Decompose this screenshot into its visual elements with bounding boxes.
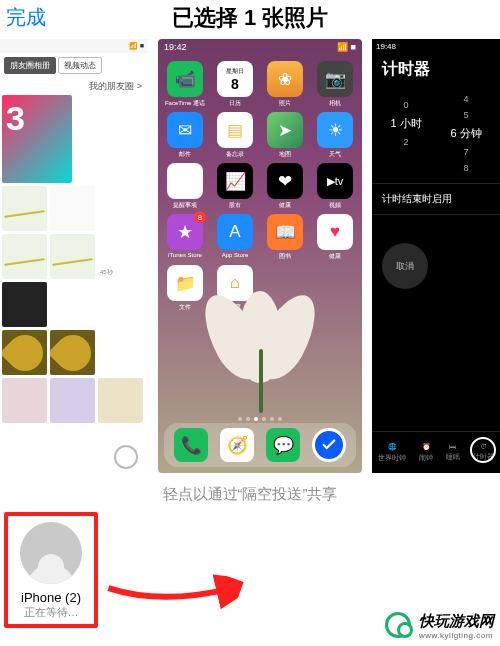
app-地图: ➤地图 [264,112,306,159]
timer-title: 计时器 [372,53,500,90]
thumb-promo [2,95,72,183]
tab-moments: 朋友圈相册 [4,57,56,74]
clock-tab-1: ⏰闹钟 [419,443,433,463]
dock: 📞 🧭 💬 [164,423,356,467]
timer-cancel-button: 取消 [382,243,428,289]
watermark-logo-icon [385,612,413,640]
tab-video: 视频动态 [58,57,102,74]
left-statusbar: 📶 ■ [0,39,148,53]
selected-check-icon [312,428,346,462]
app-提醒事项: 提醒事项 [164,163,206,210]
airdrop-target-iphone2[interactable]: iPhone (2) 正在等待… [4,512,98,628]
watermark: 快玩游戏网 www.kyligting.com [385,612,494,640]
mid-time: 19:42 [164,42,187,52]
thumb-map1 [2,186,47,231]
app-健康: ♥健康 [314,214,356,261]
watermark-brand: 快玩游戏网 [419,612,494,631]
dock-safari-icon: 🧭 [220,428,254,462]
wallpaper-flower [205,253,315,413]
app-邮件: ✉邮件 [164,112,206,159]
screenshot-left[interactable]: 📶 ■ 朋友圈相册 视频动态 我的朋友圈 > 45秒 [0,39,148,473]
thumb-mag2 [50,378,95,423]
right-select-circle [470,437,496,463]
app-股市: 📈股市 [214,163,256,210]
app-天气: ☀天气 [314,112,356,159]
left-select-circle [114,445,138,469]
my-moments-link: 我的朋友圈 > [0,76,148,95]
thumb-leaf2 [50,330,95,375]
screenshot-timer[interactable]: 19:48 计时器 01 小时2 456 分钟78 计时结束时启用 取消 🌐世界… [372,39,500,473]
app-备忘录: ▤备忘录 [214,112,256,159]
thumb-mag1 [2,378,47,423]
app-文件: 📁文件 [164,265,206,312]
timer-picker: 01 小时2 456 分钟78 [372,90,500,183]
app-相机: 📷相机 [314,61,356,108]
screenshot-home-selected[interactable]: 19:42📶 ■ 📹FaceTime 通话星期日8日历❀照片📷相机✉邮件▤备忘录… [158,39,362,473]
dock-messages-icon: 💬 [266,428,300,462]
app-照片: ❀照片 [264,61,306,108]
mid-statusbar: 19:42📶 ■ [158,39,362,55]
done-button[interactable]: 完成 [6,4,46,31]
thumb-leaf1 [2,330,47,375]
page-dots [238,417,282,421]
thumb-doc2 [50,426,95,456]
watermark-url: www.kyligting.com [419,631,494,640]
right-time: 19:48 [372,39,500,53]
avatar-icon [20,522,82,584]
app-视频: ▶tv视频 [314,163,356,210]
timer-end-row: 计时结束时启用 [372,183,500,215]
thumb-duration: 45秒 [98,234,143,279]
app-iTunes Store: ★8iTunes Store [164,214,206,261]
airdrop-target-status: 正在等待… [24,605,79,620]
thumb-mag3 [98,378,143,423]
clock-tab-0: 🌐世界时钟 [378,443,406,463]
thumb-doc1 [2,426,47,456]
thumb-blank [50,186,95,231]
airdrop-target-name: iPhone (2) [21,590,81,605]
app-日历: 星期日8日历 [214,61,256,108]
thumb-dark [2,282,47,327]
app-健康: ❤健康 [264,163,306,210]
page-title: 已选择 1 张照片 [172,3,328,33]
app-FaceTime 通话: 📹FaceTime 通话 [164,61,206,108]
selection-strip: 📶 ■ 朋友圈相册 视频动态 我的朋友圈 > 45秒 [0,39,500,479]
thumb-map3 [50,234,95,279]
clock-tab-2: 🛏睡眠 [446,443,460,462]
dock-phone-icon: 📞 [174,428,208,462]
airdrop-hint: 轻点以通过“隔空投送”共享 [0,485,500,504]
thumb-map2 [2,234,47,279]
